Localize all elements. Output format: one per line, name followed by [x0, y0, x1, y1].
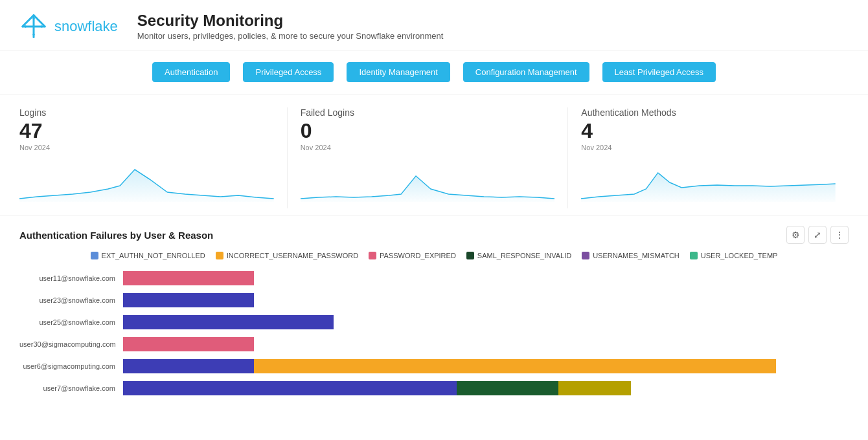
- metric-period: Nov 2024: [19, 144, 274, 151]
- tab-privileged-access[interactable]: Privileged Access: [243, 62, 334, 82]
- tab-configuration-management[interactable]: Configuration Management: [463, 62, 589, 82]
- sparkline-area: Oct 2023Dec 2023Feb 2024Apr 2024Jun 2024…: [581, 157, 836, 202]
- legend-item-incorrect-pwd: INCORRECT_USERNAME_PASSWORD: [216, 252, 358, 259]
- metric-period: Nov 2024: [581, 144, 836, 151]
- legend-label: EXT_AUTHN_NOT_ENROLLED: [102, 252, 205, 259]
- bar-segment-password-expired: [123, 337, 254, 351]
- bar-user-label: user30@sigmacomputing.com: [19, 340, 123, 348]
- metric-value: 47: [19, 120, 274, 141]
- bar-segment-password-expired: [123, 271, 254, 285]
- legend-label: INCORRECT_USERNAME_PASSWORD: [227, 252, 358, 259]
- chart-section: Authentication Failures by User & Reason…: [0, 215, 868, 410]
- header: snowflake Security Monitoring Monitor us…: [0, 0, 868, 50]
- nav-tabs: AuthenticationPrivileged AccessIdentity …: [0, 50, 868, 94]
- legend: EXT_AUTHN_NOT_ENROLLED INCORRECT_USERNAM…: [19, 252, 849, 259]
- tab-authentication[interactable]: Authentication: [152, 62, 230, 82]
- bar-row: user6@sigmacomputing.com: [19, 355, 849, 377]
- bar-chart: user11@snowflake.comuser23@snowflake.com…: [19, 267, 849, 399]
- bar-segment-usernames-mismatch: [558, 381, 631, 395]
- logo: snowflake: [19, 12, 118, 41]
- legend-color: [690, 252, 698, 259]
- legend-item-saml-invalid: SAML_RESPONSE_INVALID: [466, 252, 571, 259]
- page-subtitle: Monitor users, priviledges, policies, & …: [137, 31, 444, 41]
- bar-segments-container: [123, 381, 849, 395]
- legend-label: SAML_RESPONSE_INVALID: [477, 252, 571, 259]
- legend-color: [216, 252, 223, 259]
- metric-value: 4: [581, 120, 836, 141]
- legend-color: [369, 252, 376, 259]
- legend-item-pwd-expired: PASSWORD_EXPIRED: [369, 252, 456, 259]
- bar-segment-saml-response-invalid: [457, 381, 558, 395]
- bar-row: user23@snowflake.com: [19, 289, 849, 311]
- section-header: Authentication Failures by User & Reason…: [19, 226, 849, 244]
- page-title: Security Monitoring: [137, 12, 444, 30]
- more-button[interactable]: ⋮: [830, 226, 849, 244]
- legend-label: USERNAMES_MISMATCH: [593, 252, 680, 259]
- metric-card-failed-logins: Failed Logins 0 Nov 2024 Oct 2023Dec 202…: [301, 107, 569, 208]
- bar-user-label: user23@snowflake.com: [19, 296, 123, 304]
- legend-label: PASSWORD_EXPIRED: [380, 252, 456, 259]
- legend-item-usernames-mismatch: USERNAMES_MISMATCH: [582, 252, 680, 259]
- metric-label: Authentication Methods: [581, 107, 836, 118]
- legend-item-ext-authn: EXT_AUTHN_NOT_ENROLLED: [91, 252, 205, 259]
- bar-segments-container: [123, 359, 849, 373]
- bar-user-label: user11@snowflake.com: [19, 274, 123, 282]
- section-actions: ⚙ ⤢ ⋮: [786, 226, 849, 244]
- section-title: Authentication Failures by User & Reason: [19, 230, 213, 241]
- metric-label: Logins: [19, 107, 274, 118]
- bar-segment-ext-authn-not-enrolled: [123, 293, 254, 307]
- bar-segment-ext-authn-not-enrolled: [123, 359, 254, 373]
- bar-row: user11@snowflake.com: [19, 267, 849, 289]
- tab-identity-management[interactable]: Identity Management: [347, 62, 450, 82]
- bar-user-label: user6@sigmacomputing.com: [19, 362, 123, 370]
- metric-label: Failed Logins: [301, 107, 555, 118]
- bar-row: user7@snowflake.com: [19, 377, 849, 399]
- tab-least-privileged-access[interactable]: Least Privileged Access: [602, 62, 716, 82]
- legend-label: USER_LOCKED_TEMP: [701, 252, 778, 259]
- bar-segments-container: [123, 271, 849, 285]
- metrics-row: Logins 47 Nov 2024 Oct 2023Dec 2023Feb 2…: [0, 94, 868, 215]
- metric-period: Nov 2024: [301, 144, 555, 151]
- expand-button[interactable]: ⤢: [808, 226, 827, 244]
- bar-segments-container: [123, 293, 849, 307]
- sparkline-area: Oct 2023Dec 2023Feb 2024Apr 2024Jun 2024…: [19, 157, 274, 202]
- bar-segments-container: [123, 337, 849, 351]
- header-titles: Security Monitoring Monitor users, privi…: [137, 12, 444, 41]
- legend-color: [91, 252, 98, 259]
- bar-row: user30@sigmacomputing.com: [19, 333, 849, 355]
- bar-user-label: user7@snowflake.com: [19, 384, 123, 392]
- metric-card-auth-methods: Authentication Methods 4 Nov 2024 Oct 20…: [581, 107, 849, 208]
- sparkline-area: Oct 2023Dec 2023Feb 2024Apr 2024Jun 2024…: [301, 157, 555, 202]
- bar-row: user25@snowflake.com: [19, 311, 849, 333]
- bar-segment-ext-authn-not-enrolled: [123, 315, 334, 329]
- filter-button[interactable]: ⚙: [786, 226, 805, 244]
- metric-value: 0: [301, 120, 555, 141]
- metric-card-logins: Logins 47 Nov 2024 Oct 2023Dec 2023Feb 2…: [19, 107, 288, 208]
- bar-segments-container: [123, 315, 849, 329]
- legend-color: [582, 252, 589, 259]
- legend-color: [466, 252, 474, 259]
- logo-text: snowflake: [54, 18, 118, 35]
- bar-segment-ext-authn-not-enrolled: [123, 381, 457, 395]
- snowflake-logo-icon: [19, 12, 48, 41]
- bar-user-label: user25@snowflake.com: [19, 318, 123, 326]
- legend-item-user-locked: USER_LOCKED_TEMP: [690, 252, 778, 259]
- bar-segment-incorrect-username-password: [254, 359, 776, 373]
